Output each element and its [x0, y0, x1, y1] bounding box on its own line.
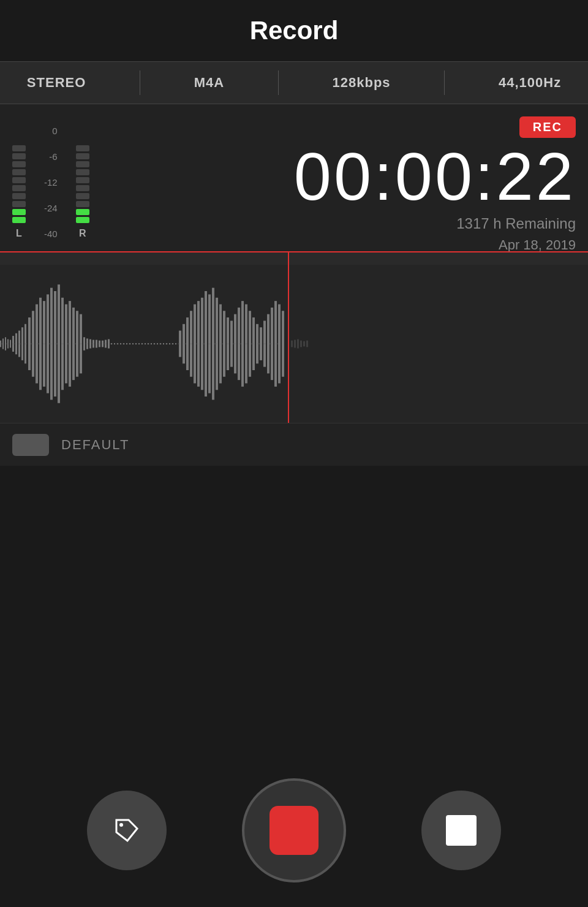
vu-seg-l-7: [12, 193, 26, 199]
preset-label: DEFAULT: [61, 437, 129, 453]
svg-rect-53: [169, 343, 170, 344]
svg-rect-2: [5, 337, 6, 351]
timer-section: REC 00:00:22 1317 h Remaining Apr 18, 20…: [102, 116, 576, 253]
svg-rect-85: [291, 341, 293, 347]
vu-seg-l-5: [12, 177, 26, 183]
svg-rect-63: [205, 291, 207, 397]
vu-seg-l-4: [12, 169, 26, 175]
vu-channel-left: L: [12, 145, 26, 239]
vu-scale-12: -12: [44, 177, 58, 188]
samplerate-setting[interactable]: 44,100Hz: [499, 75, 561, 91]
record-button[interactable]: [242, 778, 346, 882]
vu-timer-panel: L 0 -6 -12 -24 -40 R: [0, 104, 588, 251]
svg-rect-1: [2, 338, 4, 349]
svg-rect-39: [126, 343, 127, 344]
svg-rect-37: [120, 343, 121, 344]
svg-point-92: [119, 823, 123, 827]
vu-seg-r-3: [76, 161, 89, 167]
tag-button[interactable]: [87, 791, 167, 870]
bitrate-setting[interactable]: 128kbps: [333, 75, 391, 91]
svg-rect-31: [102, 341, 104, 347]
vu-scale: 0 -6 -12 -24 -40: [44, 126, 58, 239]
vu-seg-l-8: [12, 201, 26, 207]
record-icon: [270, 806, 318, 855]
stop-icon: [446, 815, 477, 846]
svg-rect-75: [249, 311, 251, 377]
vu-seg-r-5: [76, 177, 89, 183]
vu-seg-l-3: [12, 161, 26, 167]
svg-rect-4: [10, 340, 11, 348]
svg-rect-25: [83, 337, 85, 351]
svg-rect-84: [282, 311, 284, 377]
svg-rect-45: [145, 343, 146, 344]
bottom-controls: [0, 772, 588, 907]
svg-rect-20: [65, 305, 67, 384]
vu-seg-l-6: [12, 185, 26, 191]
remaining-text: 1317 h Remaining: [456, 215, 576, 232]
divider-1: [140, 70, 140, 95]
svg-rect-89: [303, 341, 305, 347]
svg-rect-83: [278, 305, 281, 384]
timer-display: 00:00:22: [294, 143, 576, 210]
channel-setting[interactable]: STEREO: [27, 75, 86, 91]
vu-seg-r-6: [76, 185, 89, 191]
svg-rect-70: [230, 321, 233, 366]
vu-scale-40: -40: [44, 229, 58, 239]
svg-rect-58: [186, 317, 189, 370]
svg-rect-68: [223, 311, 225, 377]
vu-seg-l-10: [12, 217, 26, 223]
svg-rect-15: [47, 294, 49, 393]
svg-rect-86: [294, 340, 296, 348]
vu-scale-6: -6: [44, 151, 58, 162]
preset-icon: [12, 434, 49, 456]
svg-rect-6: [15, 333, 17, 354]
vu-left-label: L: [16, 228, 22, 239]
vu-seg-r-4: [76, 169, 89, 175]
vu-seg-r-1: [76, 145, 89, 151]
stop-button[interactable]: [421, 791, 501, 870]
vu-seg-l-2: [12, 153, 26, 159]
svg-rect-78: [260, 327, 262, 360]
vu-meters: L 0 -6 -12 -24 -40 R: [12, 116, 89, 239]
settings-bar: STEREO M4A 128kbps 44,100Hz: [0, 61, 588, 104]
svg-rect-18: [58, 284, 60, 403]
svg-rect-87: [297, 339, 299, 348]
preset-bar[interactable]: DEFAULT: [0, 423, 588, 466]
svg-rect-49: [157, 343, 158, 344]
svg-rect-43: [138, 343, 140, 344]
svg-rect-80: [267, 314, 270, 374]
svg-rect-27: [89, 339, 91, 348]
svg-rect-8: [21, 327, 23, 360]
svg-rect-90: [306, 341, 308, 347]
vu-seg-r-9: [76, 209, 89, 215]
svg-rect-35: [114, 343, 115, 344]
divider-3: [444, 70, 445, 95]
vu-seg-l-9: [12, 209, 26, 215]
svg-rect-29: [96, 340, 97, 348]
svg-rect-47: [151, 343, 152, 344]
page-title: Record: [250, 16, 339, 45]
waveform-container: [0, 251, 588, 423]
waveform-canvas: [0, 265, 588, 423]
vu-scale-24: -24: [44, 203, 58, 213]
rec-badge: REC: [519, 116, 576, 138]
vu-bar-right: [76, 145, 89, 223]
vu-scale-0: 0: [44, 126, 58, 136]
svg-rect-73: [241, 301, 244, 387]
vu-bar-left: [12, 145, 26, 223]
svg-rect-10: [28, 317, 31, 370]
svg-rect-23: [76, 311, 78, 377]
vu-seg-r-2: [76, 153, 89, 159]
vu-seg-r-10: [76, 217, 89, 223]
svg-rect-65: [212, 288, 214, 400]
svg-rect-60: [194, 305, 196, 384]
header: Record: [0, 0, 588, 61]
divider-2: [278, 70, 279, 95]
vu-right-label: R: [79, 228, 86, 239]
timeline-ruler: [0, 252, 588, 265]
format-setting[interactable]: M4A: [194, 75, 224, 91]
svg-rect-51: [163, 343, 164, 344]
vu-seg-r-8: [76, 201, 89, 207]
waveform-svg: [0, 265, 588, 423]
vu-seg-l-1: [12, 145, 26, 151]
